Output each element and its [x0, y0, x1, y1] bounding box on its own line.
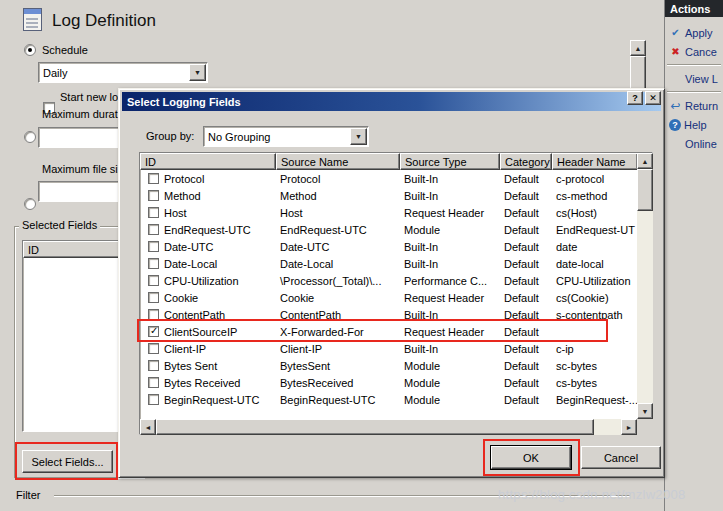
field-row-protocol[interactable]: ProtocolProtocolBuilt-InDefaultc-protoco…: [140, 170, 638, 187]
action-help[interactable]: Help: [665, 115, 723, 134]
action-apply[interactable]: Apply: [665, 23, 723, 42]
schedule-combo[interactable]: Daily: [38, 62, 208, 83]
fields-table-body: ProtocolProtocolBuilt-InDefaultc-protoco…: [140, 170, 638, 408]
select-logging-fields-dialog: Select Logging Fields ? ✕ Group by: No G…: [118, 88, 665, 478]
field-source-name: Method: [276, 190, 400, 202]
max-file-size-radio[interactable]: [24, 198, 36, 210]
max-duration-input[interactable]: [38, 127, 123, 148]
table-scrollbar-thumb[interactable]: [637, 169, 653, 211]
field-row-cookie[interactable]: CookieCookieRequest HeaderDefaultcs(Cook…: [140, 289, 638, 306]
field-id-cell: ClientSourceIP: [140, 326, 276, 338]
field-row-cpu-utilization[interactable]: CPU-Utilization\Processor(_Total)\...Per…: [140, 272, 638, 289]
field-id-label: ContentPath: [164, 309, 225, 321]
field-id-cell: Date-UTC: [140, 241, 276, 253]
max-file-size-input[interactable]: [38, 181, 123, 202]
field-checkbox[interactable]: [148, 309, 159, 320]
scroll-right-icon[interactable]: [621, 419, 637, 435]
field-row-date-local[interactable]: Date-LocalDate-LocalBuilt-InDefaultdate-…: [140, 255, 638, 272]
field-row-host[interactable]: HostHostRequest HeaderDefaultcs(Host): [140, 204, 638, 221]
cancel-button[interactable]: Cancel: [581, 446, 661, 469]
field-checkbox[interactable]: [148, 258, 159, 269]
field-row-endrequest-utc[interactable]: EndRequest-UTCEndRequest-UTCModuleDefaul…: [140, 221, 638, 238]
field-id-label: Date-UTC: [164, 241, 214, 253]
field-source-name: Cookie: [276, 292, 400, 304]
field-checkbox[interactable]: [148, 241, 159, 252]
dropdown-arrow-icon[interactable]: [189, 64, 206, 81]
scrollbar-corner: [637, 419, 653, 435]
field-category: Default: [500, 394, 552, 406]
scroll-down-icon[interactable]: [637, 403, 653, 419]
field-checkbox[interactable]: [148, 326, 159, 337]
action-online[interactable]: Online: [665, 134, 723, 153]
action-return[interactable]: Return: [665, 96, 723, 115]
scroll-left-icon[interactable]: [140, 419, 156, 435]
group-by-combo[interactable]: No Grouping: [203, 126, 369, 147]
field-id-cell: Host: [140, 207, 276, 219]
field-row-beginrequest-utc[interactable]: BeginRequest-UTCBeginRequest-UTCModuleDe…: [140, 391, 638, 408]
field-row-contentpath[interactable]: ContentPathContentPathBuilt-InDefaults-c…: [140, 306, 638, 323]
column-header-category[interactable]: Category: [500, 153, 552, 170]
column-header-header-name[interactable]: Header Name: [552, 153, 638, 170]
field-category: Default: [500, 292, 552, 304]
field-category: Default: [500, 343, 552, 355]
ok-button[interactable]: OK: [491, 446, 571, 469]
field-row-clientsourceip[interactable]: ClientSourceIPX-Forwarded-ForRequest Hea…: [140, 323, 638, 340]
field-row-client-ip[interactable]: Client-IPClient-IPBuilt-InDefaultc-ip: [140, 340, 638, 357]
field-row-method[interactable]: MethodMethodBuilt-InDefaultcs-method: [140, 187, 638, 204]
field-row-date-utc[interactable]: Date-UTCDate-UTCBuilt-InDefaultdate: [140, 238, 638, 255]
dropdown-arrow-icon[interactable]: [350, 128, 367, 145]
field-id-label: Protocol: [164, 173, 204, 185]
field-checkbox[interactable]: [148, 377, 159, 388]
action-view-l[interactable]: View L: [665, 69, 723, 88]
column-header-source-type[interactable]: Source Type: [400, 153, 500, 170]
scroll-up-icon[interactable]: [630, 40, 646, 56]
dialog-close-button[interactable]: ✕: [645, 91, 661, 105]
field-header-name: c-protocol: [552, 173, 638, 185]
field-header-name: sc-bytes: [552, 360, 638, 372]
page-title: Log Definition: [52, 11, 156, 31]
field-category: Default: [500, 190, 552, 202]
field-id-cell: EndRequest-UTC: [140, 224, 276, 236]
field-checkbox[interactable]: [148, 207, 159, 218]
action-cance[interactable]: Cance: [665, 42, 723, 61]
field-id-cell: ContentPath: [140, 309, 276, 321]
field-checkbox[interactable]: [148, 360, 159, 371]
column-header-source-name[interactable]: Source Name: [276, 153, 400, 170]
table-hscrollbar-thumb[interactable]: [156, 419, 594, 435]
table-vertical-scrollbar[interactable]: [637, 153, 653, 419]
field-id-label: Bytes Sent: [164, 360, 217, 372]
field-checkbox[interactable]: [148, 190, 159, 201]
icon-spacer: [669, 137, 682, 150]
column-header-id[interactable]: ID: [140, 153, 276, 170]
dialog-titlebar[interactable]: Select Logging Fields: [122, 92, 661, 111]
field-checkbox[interactable]: [148, 275, 159, 286]
field-source-name: BytesSent: [276, 360, 400, 372]
action-label: Return: [685, 100, 718, 112]
schedule-radio[interactable]: [24, 44, 36, 56]
scroll-up-icon[interactable]: [637, 153, 653, 169]
field-checkbox[interactable]: [148, 173, 159, 184]
max-duration-radio[interactable]: [24, 131, 36, 143]
field-source-type: Module: [400, 360, 500, 372]
field-source-name: Date-Local: [276, 258, 400, 270]
field-checkbox[interactable]: [148, 292, 159, 303]
actions-separator: [667, 91, 721, 93]
field-id-label: EndRequest-UTC: [164, 224, 251, 236]
logging-fields-table: IDSource NameSource TypeCategoryHeader N…: [139, 152, 653, 435]
dialog-help-button[interactable]: ?: [627, 91, 643, 105]
field-row-bytes-received[interactable]: Bytes ReceivedBytesReceivedModuleDefault…: [140, 374, 638, 391]
field-source-name: BeginRequest-UTC: [276, 394, 400, 406]
field-checkbox[interactable]: [148, 224, 159, 235]
max-file-size-label: Maximum file siz: [42, 163, 123, 175]
field-id-label: Client-IP: [164, 343, 206, 355]
field-checkbox[interactable]: [148, 394, 159, 405]
field-source-name: Date-UTC: [276, 241, 400, 253]
field-row-bytes-sent[interactable]: Bytes SentBytesSentModuleDefaultsc-bytes: [140, 357, 638, 374]
schedule-label: Schedule: [42, 44, 88, 56]
field-header-name: CPU-Utilization: [552, 275, 638, 287]
fields-table-header: IDSource NameSource TypeCategoryHeader N…: [140, 153, 638, 170]
table-horizontal-scrollbar[interactable]: [140, 419, 637, 435]
select-fields-button[interactable]: Select Fields...: [22, 450, 113, 473]
field-checkbox[interactable]: [148, 343, 159, 354]
help-icon: [669, 119, 681, 131]
